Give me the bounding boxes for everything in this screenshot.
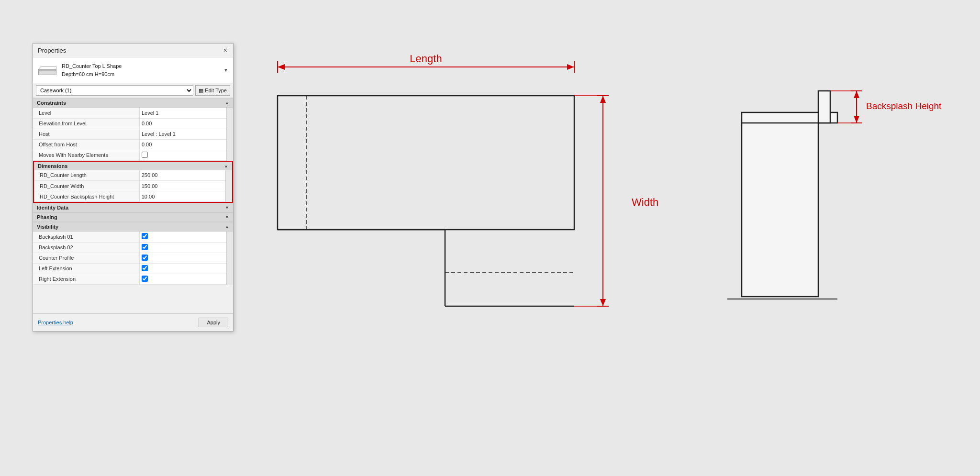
- element-header: RD_Counter Top L Shape Depth=60 cm H=90c…: [33, 57, 233, 83]
- svg-marker-28: [854, 91, 859, 98]
- moves-checkbox[interactable]: [142, 152, 148, 158]
- svg-marker-15: [567, 64, 574, 70]
- panel-title: Properties: [38, 47, 66, 54]
- constraints-header: Constraints ▲: [33, 98, 233, 108]
- left-extension-checkbox[interactable]: [142, 265, 148, 271]
- dimensions-collapse-icon[interactable]: ▲: [224, 164, 228, 168]
- backsplash-height-input[interactable]: [142, 194, 216, 199]
- counter-profile-checkbox[interactable]: [142, 255, 148, 261]
- phasing-collapse-icon[interactable]: ▼: [225, 215, 229, 220]
- prop-value-left-extension[interactable]: [139, 263, 226, 274]
- prop-value-backsplash01[interactable]: [139, 232, 226, 242]
- prop-value-counter-profile[interactable]: [139, 253, 226, 263]
- prop-label-backsplash-height: RD_Counter Backsplash Height: [34, 191, 139, 202]
- visibility-table: Backsplash 01 Backsplash 02 Counter Prof…: [33, 232, 226, 285]
- visibility-collapse-icon[interactable]: ▲: [225, 224, 229, 229]
- prop-label-counter-width: RD_Counter Width: [34, 181, 139, 191]
- element-dropdown-arrow[interactable]: ▼: [223, 67, 228, 73]
- prop-label-left-extension: Left Extension: [33, 263, 139, 274]
- identity-data-collapse-icon[interactable]: ▼: [225, 205, 229, 210]
- backsplash-height-label: Backsplash Height: [866, 101, 942, 111]
- prop-value-right-extension[interactable]: [139, 274, 226, 284]
- constraints-collapse-icon[interactable]: ▲: [225, 100, 229, 105]
- edit-type-button[interactable]: ▦ Edit Type: [195, 85, 230, 96]
- prop-value-level[interactable]: [139, 108, 226, 118]
- prop-label-counter-length: RD_Counter Length: [34, 170, 139, 181]
- width-label: Width: [632, 196, 658, 208]
- counter-top-icon: [38, 64, 57, 77]
- close-button[interactable]: ×: [223, 46, 228, 54]
- right-extension-checkbox[interactable]: [142, 276, 148, 282]
- drawing-svg: Length Width Backsplash Height: [239, 38, 947, 445]
- edit-type-label: Edit Type: [205, 88, 227, 93]
- svg-rect-1: [39, 71, 56, 75]
- prop-value-offset[interactable]: [139, 139, 226, 150]
- prop-label-offset: Offset from Host: [33, 139, 139, 150]
- svg-rect-0: [39, 69, 56, 71]
- panel-footer: Properties help Apply: [33, 313, 233, 331]
- svg-marker-14: [278, 64, 285, 70]
- apply-button[interactable]: Apply: [199, 318, 228, 327]
- panel-titlebar: Properties ×: [33, 44, 233, 57]
- identity-data-label: Identity Data: [37, 205, 68, 210]
- phasing-section: Phasing ▼: [33, 212, 233, 222]
- offset-input[interactable]: [142, 142, 216, 147]
- table-row: Right Extension: [33, 274, 226, 284]
- element-desc: Depth=60 cm H=90cm: [62, 70, 219, 78]
- svg-rect-5: [278, 96, 574, 230]
- dimensions-label: Dimensions: [38, 163, 67, 169]
- prop-label-backsplash02: Backsplash 02: [33, 242, 139, 253]
- prop-label-backsplash01: Backsplash 01: [33, 232, 139, 242]
- visibility-header: Visibility ▲: [33, 222, 233, 232]
- dimensions-header: Dimensions ▲: [34, 162, 232, 170]
- table-row: Backsplash 01: [33, 232, 226, 242]
- visibility-label: Visibility: [37, 224, 58, 230]
- constraints-scrollbar[interactable]: [226, 108, 233, 161]
- prop-value-moves[interactable]: [139, 150, 226, 160]
- visibility-rows: Backsplash 01 Backsplash 02 Counter Prof…: [33, 232, 233, 285]
- counter-length-input[interactable]: [142, 172, 216, 178]
- prop-label-counter-profile: Counter Profile: [33, 253, 139, 263]
- prop-value-backsplash-height[interactable]: [139, 191, 225, 202]
- identity-data-header: Identity Data ▼: [33, 203, 233, 212]
- dimensions-table: RD_Counter Length RD_Counter Width RD_Co…: [34, 170, 225, 202]
- prop-label-elevation: Elevation from Level: [33, 118, 139, 129]
- prop-value-host: Level : Level 1: [139, 129, 226, 139]
- table-row: Elevation from Level: [33, 118, 226, 129]
- svg-rect-23: [818, 91, 830, 123]
- element-icon: [38, 63, 57, 77]
- elevation-input[interactable]: [142, 121, 216, 126]
- prop-value-counter-width[interactable]: [139, 181, 225, 191]
- table-row: RD_Counter Backsplash Height: [34, 191, 225, 202]
- properties-panel: Properties × RD_Counter Top L Shape Dept…: [33, 43, 234, 332]
- dimensions-scrollbar[interactable]: [225, 170, 232, 202]
- counter-width-input[interactable]: [142, 183, 216, 189]
- svg-marker-29: [854, 116, 859, 123]
- table-row: Host Level : Level 1: [33, 129, 226, 139]
- backsplash02-checkbox[interactable]: [142, 244, 148, 250]
- prop-label-moves: Moves With Nearby Elements: [33, 150, 139, 160]
- svg-marker-19: [600, 96, 606, 103]
- prop-label-level: Level: [33, 108, 139, 118]
- phasing-header: Phasing ▼: [33, 212, 233, 222]
- prop-value-backsplash02[interactable]: [139, 242, 226, 253]
- table-row: Moves With Nearby Elements: [33, 150, 226, 160]
- table-row: RD_Counter Width: [34, 181, 225, 191]
- svg-rect-21: [742, 115, 818, 297]
- backsplash01-checkbox[interactable]: [142, 233, 148, 239]
- element-name: RD_Counter Top L Shape: [62, 62, 219, 70]
- identity-data-section: Identity Data ▼: [33, 203, 233, 212]
- element-info: RD_Counter Top L Shape Depth=60 cm H=90c…: [62, 62, 219, 78]
- type-select[interactable]: Casework (1): [36, 85, 193, 96]
- prop-value-counter-length[interactable]: [139, 170, 225, 181]
- prop-label-right-extension: Right Extension: [33, 274, 139, 284]
- properties-help-link[interactable]: Properties help: [38, 320, 73, 325]
- constraints-table: Level Elevation from Level Host Level : …: [33, 108, 226, 161]
- level-input[interactable]: [142, 110, 216, 116]
- svg-marker-20: [600, 299, 606, 306]
- prop-value-elevation[interactable]: [139, 118, 226, 129]
- prop-label-host: Host: [33, 129, 139, 139]
- visibility-scrollbar[interactable]: [226, 232, 233, 285]
- table-row: Counter Profile: [33, 253, 226, 263]
- type-selector-row: Casework (1) ▦ Edit Type: [33, 83, 233, 98]
